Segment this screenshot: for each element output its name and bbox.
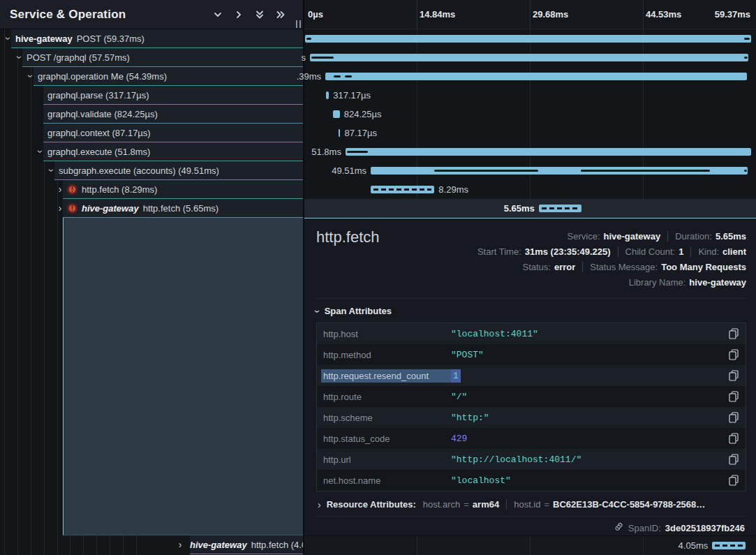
chevron-down-icon[interactable]: › — [36, 147, 45, 156]
span-bar[interactable] — [325, 73, 747, 80]
span-label: graphql.validate (824.25µs) — [47, 109, 158, 119]
meta-value: 31ms (23:35:49.225) — [525, 246, 611, 257]
duration-label: 5.65ms — [504, 203, 535, 214]
collapse-one-icon[interactable] — [212, 9, 223, 20]
waterfall-row[interactable]: 87.17µs — [304, 124, 756, 142]
span-title: http.fetch — [316, 228, 380, 246]
waterfall-row[interactable]: .39ms — [304, 67, 756, 86]
tree-row[interactable]: ›hive-gatewayhttp.fetch (4.05ms) — [0, 535, 303, 554]
ruler-gridline — [643, 0, 644, 29]
copy-icon[interactable] — [729, 412, 739, 423]
attribute-key: http.host — [321, 327, 451, 341]
span-bar[interactable] — [310, 54, 748, 61]
attribute-value: "POST" — [451, 350, 729, 360]
error-icon: ! — [67, 184, 77, 195]
waterfall-row[interactable]: 4.05ms — [304, 536, 756, 555]
pane-resize-handle[interactable] — [296, 20, 301, 28]
expand-one-icon[interactable] — [233, 9, 244, 20]
span-bar[interactable] — [346, 148, 751, 156]
waterfall-row[interactable]: s — [304, 48, 756, 67]
ruler-gridline — [417, 0, 417, 29]
tree-row[interactable]: ›graphql.execute (51.8ms) — [0, 142, 303, 161]
tree-row[interactable]: ›graphql.operation Me (54.39ms) — [0, 67, 303, 86]
resource-value: BC62E13B-C4CC-5854-9788-2568… — [553, 499, 705, 510]
tree-row[interactable]: ›POST /graphql (57.57ms) — [0, 48, 303, 67]
copy-icon[interactable] — [729, 475, 739, 486]
timeline-panel: 0µs 14.84ms 29.68ms 44.53ms 59.37ms s .3… — [304, 0, 756, 555]
waterfall-row[interactable]: 8.29ms — [304, 180, 756, 199]
time-tick: 59.37ms — [715, 9, 750, 20]
link-icon[interactable] — [614, 521, 624, 534]
waterfall-row[interactable]: 824.25µs — [304, 105, 756, 124]
time-tick: 44.53ms — [646, 9, 681, 20]
resource-attributes-row[interactable]: › Resource Attributes: host.arch=arm64 h… — [316, 499, 746, 510]
span-bar[interactable] — [326, 91, 329, 99]
chevron-down-icon[interactable]: › — [47, 166, 57, 175]
attribute-key: http.scheme — [321, 411, 451, 424]
collapse-all-icon[interactable] — [254, 9, 265, 20]
waterfall-row[interactable]: 51.8ms — [304, 142, 756, 161]
resource-value: arm64 — [473, 499, 499, 510]
attribute-row[interactable]: net.host.name "localhost" — [317, 470, 746, 491]
attribute-row-selected[interactable]: http.request.resend_count 1 — [317, 365, 746, 386]
span-bar[interactable] — [371, 186, 434, 193]
resource-attributes-title: Resource Attributes: — [327, 499, 416, 510]
meta-value: 5.65ms — [716, 231, 746, 242]
meta-label: Child Count: — [625, 246, 676, 257]
tree-row[interactable]: ›subgraph.execute (accounts) (49.51ms) — [0, 161, 303, 180]
attribute-row[interactable]: http.status_code 429 — [317, 428, 746, 449]
chevron-right-icon[interactable]: › — [56, 203, 64, 213]
attribute-value: 1 — [451, 371, 729, 381]
span-label: http.fetch (5.65ms) — [143, 203, 218, 214]
time-tick: 14.84ms — [420, 9, 455, 20]
meta-divider — [667, 231, 668, 242]
span-bar[interactable] — [339, 129, 340, 137]
copy-icon[interactable] — [729, 391, 739, 402]
span-bar[interactable] — [371, 167, 748, 175]
span-bar[interactable] — [305, 35, 751, 43]
waterfall-row[interactable]: 317.17µs — [304, 86, 756, 105]
copy-icon[interactable] — [729, 370, 739, 381]
meta-value: hive-gateway — [604, 231, 661, 242]
waterfall-row[interactable] — [304, 29, 756, 48]
tree-row[interactable]: ›!http.fetch (8.29ms) — [0, 180, 303, 199]
span-bar[interactable] — [712, 542, 746, 549]
span-attributes-header[interactable]: › Span Attributes — [316, 306, 746, 316]
attribute-row[interactable]: http.host "localhost:4011" — [317, 323, 746, 344]
attribute-row[interactable]: http.scheme "http:" — [317, 407, 746, 428]
expand-all-icon[interactable] — [275, 9, 286, 20]
waterfall-bottom-band: 4.05ms — [304, 535, 756, 555]
copy-icon[interactable] — [729, 328, 739, 339]
tree-row[interactable]: ›hive-gatewayPOST (59.37ms) — [0, 29, 303, 48]
waterfall-row[interactable]: 49.51ms — [304, 161, 756, 180]
copy-icon[interactable] — [729, 349, 739, 360]
chevron-right-icon[interactable]: › — [176, 540, 184, 549]
copy-icon[interactable] — [729, 454, 739, 465]
span-label: graphql.operation Me (54.39ms) — [38, 71, 167, 82]
copy-icon[interactable] — [729, 433, 739, 444]
waterfall-row-selected[interactable]: 5.65ms — [304, 199, 756, 218]
span-bar[interactable] — [539, 205, 581, 212]
attribute-value: "/" — [451, 392, 729, 402]
attribute-value: "localhost" — [451, 475, 729, 486]
attribute-row[interactable]: http.route "/" — [317, 386, 746, 407]
tree-row[interactable]: graphql.parse (317.17µs) — [0, 86, 303, 105]
tree-row-selected[interactable]: ›!hive-gatewayhttp.fetch (5.65ms) — [0, 199, 303, 218]
chevron-right-icon[interactable]: › — [56, 184, 64, 194]
tree-row[interactable]: graphql.validate (824.25µs) — [0, 105, 303, 124]
chevron-down-icon[interactable]: › — [26, 72, 36, 80]
timeline-ruler: 0µs 14.84ms 29.68ms 44.53ms 59.37ms — [304, 0, 756, 29]
span-label: graphql.execute (51.8ms) — [47, 147, 150, 157]
chevron-down-icon[interactable]: › — [3, 34, 13, 43]
attribute-row[interactable]: http.url "http://localhost:4011/" — [317, 449, 746, 470]
span-bar[interactable] — [333, 110, 340, 118]
attribute-row[interactable]: http.method "POST" — [317, 344, 746, 365]
tree-row[interactable]: graphql.context (87.17µs) — [0, 124, 303, 142]
duration-label: 49.51ms — [332, 165, 366, 176]
meta-value: client — [722, 246, 746, 257]
tree-body: ›hive-gatewayPOST (59.37ms) ›POST /graph… — [0, 29, 303, 555]
attribute-value: "http:" — [451, 413, 729, 423]
span-tree-panel: Service & Operation ›hive-gatewa — [0, 0, 303, 555]
service-name: hive-gateway — [82, 203, 139, 214]
chevron-down-icon[interactable]: › — [15, 53, 24, 61]
